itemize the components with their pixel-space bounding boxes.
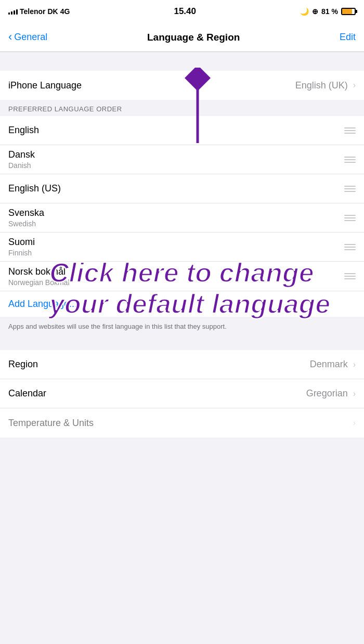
chevron-right-calendar-icon: › <box>353 389 356 398</box>
battery-percent: 81 % <box>321 7 338 16</box>
calendar-row[interactable]: Calendar Gregorian › <box>0 379 364 408</box>
region-calendar-section: Region Denmark › Calendar Gregorian › Te… <box>0 350 364 437</box>
drag-line <box>344 278 356 279</box>
drag-line <box>344 217 356 218</box>
temperature-label: Temperature & Units <box>8 418 94 429</box>
language-dansk-subtitle: Danish <box>8 161 35 170</box>
drag-line <box>344 127 356 128</box>
calendar-value-container: Gregorian › <box>306 388 356 399</box>
drag-line <box>344 249 356 250</box>
region-label-container: Region <box>8 359 38 370</box>
drag-line <box>344 247 356 248</box>
temperature-row-partial[interactable]: Temperature & Units › <box>0 408 364 437</box>
drag-handle-norsk[interactable] <box>344 273 356 279</box>
page-title: Language & Region <box>147 32 240 43</box>
iphone-language-value-container: English (UK) › <box>295 80 356 91</box>
status-bar: Telenor DK 4G 15.40 🌙 ⊕ 81 % <box>0 0 364 23</box>
language-svenska-subtitle: Swedish <box>8 220 44 228</box>
drag-handle-svenska[interactable] <box>344 215 356 221</box>
drag-line <box>344 130 356 131</box>
drag-line <box>344 186 356 187</box>
language-norsk-subtitle: Norwegian Bokmål <box>8 278 70 287</box>
edit-button[interactable]: Edit <box>340 32 356 43</box>
drag-line <box>344 191 356 192</box>
region-label: Region <box>8 359 38 370</box>
add-language-row[interactable]: Add Language... <box>0 291 364 317</box>
drag-handle-suomi[interactable] <box>344 244 356 250</box>
calendar-label-container: Calendar <box>8 388 46 399</box>
drag-line <box>344 215 356 216</box>
language-row-english[interactable]: English <box>0 116 364 145</box>
location-icon: ⊕ <box>312 7 318 16</box>
section-gap-mid <box>0 340 364 350</box>
drag-line <box>344 162 356 163</box>
carrier-label: Telenor DK <box>20 7 58 16</box>
drag-line <box>344 220 356 221</box>
language-suomi-subtitle: Finnish <box>8 249 35 257</box>
iphone-language-label: iPhone Language <box>8 80 82 91</box>
drag-handle-dansk[interactable] <box>344 157 356 163</box>
drag-line <box>344 273 356 274</box>
status-time: 15.40 <box>174 6 196 17</box>
drag-line <box>344 276 356 277</box>
language-svenska-name: Svenska <box>8 208 44 218</box>
language-row-suomi[interactable]: Suomi Finnish <box>0 233 364 262</box>
language-row-svenska[interactable]: Svenska Swedish <box>0 203 364 233</box>
battery-icon-container <box>341 8 356 15</box>
language-norsk-left: Norsk bokmål Norwegian Bokmål <box>8 266 70 287</box>
drag-handle-english[interactable] <box>344 127 356 134</box>
iphone-language-row[interactable]: iPhone Language English (UK) › <box>0 71 364 100</box>
language-english-left: English <box>8 125 39 136</box>
drag-line <box>344 188 356 189</box>
drag-line <box>344 133 356 134</box>
language-row-norsk[interactable]: Norsk bokmål Norwegian Bokmål <box>0 262 364 291</box>
iphone-language-label-container: iPhone Language <box>8 80 82 91</box>
battery-fill <box>342 9 352 14</box>
region-row[interactable]: Region Denmark › <box>0 350 364 379</box>
network-label: 4G <box>60 7 70 16</box>
language-suomi-left: Suomi Finnish <box>8 237 35 257</box>
region-value-container: Denmark › <box>310 359 356 370</box>
language-english-us-left: English (US) <box>8 183 61 194</box>
temperature-label-container: Temperature & Units <box>8 418 94 429</box>
chevron-right-region-icon: › <box>353 360 356 369</box>
chevron-left-icon: ‹ <box>8 31 12 43</box>
calendar-value: Gregorian <box>306 388 348 399</box>
temperature-value-container: › <box>352 418 356 428</box>
language-suomi-name: Suomi <box>8 237 35 248</box>
language-english-us-name: English (US) <box>8 183 61 194</box>
drag-line <box>344 244 356 245</box>
section-gap-top <box>0 52 364 71</box>
preferred-language-header: PREFERRED LANGUAGE ORDER <box>0 100 364 116</box>
region-value: Denmark <box>310 359 348 370</box>
chevron-right-temp-icon: › <box>353 418 356 428</box>
iphone-language-value: English (UK) <box>295 80 348 91</box>
moon-icon: 🌙 <box>300 7 309 16</box>
drag-line <box>344 157 356 158</box>
language-row-dansk[interactable]: Dansk Danish <box>0 145 364 174</box>
nav-bar: ‹ General Language & Region Edit <box>0 23 364 52</box>
calendar-label: Calendar <box>8 388 46 399</box>
language-row-english-us[interactable]: English (US) <box>0 174 364 203</box>
language-dansk-name: Dansk <box>8 149 35 160</box>
back-label: General <box>14 32 47 43</box>
iphone-language-section: iPhone Language English (UK) › <box>0 71 364 100</box>
drag-handle-english-us[interactable] <box>344 186 356 192</box>
signal-bars <box>8 8 18 15</box>
languages-list: English Dansk Danish English (US) <box>0 116 364 291</box>
drag-line <box>344 159 356 160</box>
status-right: 🌙 ⊕ 81 % <box>300 7 356 16</box>
language-svenska-left: Svenska Swedish <box>8 208 44 228</box>
chevron-right-icon: › <box>353 81 356 90</box>
language-norsk-name: Norsk bokmål <box>8 266 70 277</box>
status-left: Telenor DK 4G <box>8 7 70 16</box>
add-language-label: Add Language... <box>8 299 77 310</box>
back-button[interactable]: ‹ General <box>8 32 47 43</box>
language-english-name: English <box>8 125 39 136</box>
battery-icon <box>341 8 356 15</box>
language-dansk-left: Dansk Danish <box>8 149 35 170</box>
language-section-footer: Apps and websites will use the first lan… <box>0 317 364 340</box>
